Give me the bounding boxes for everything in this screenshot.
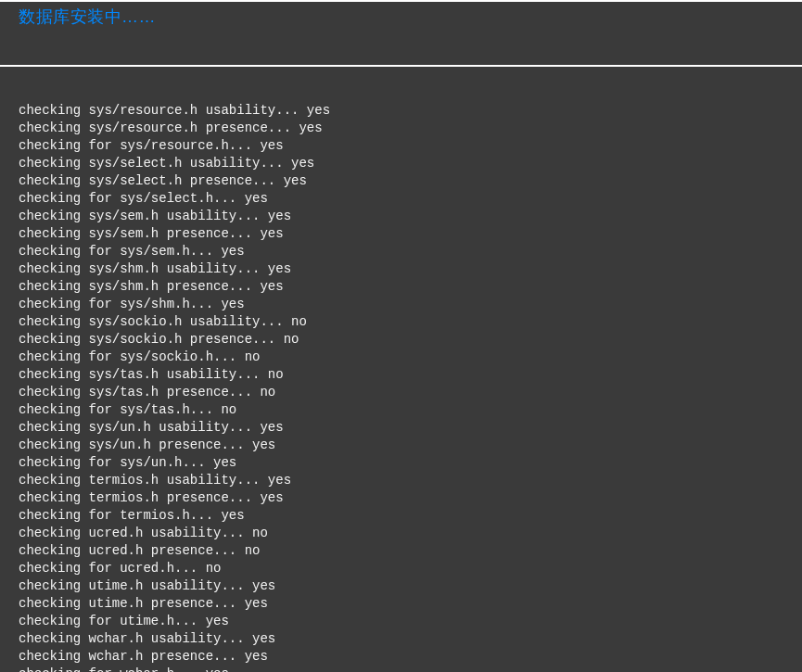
log-line: checking utime.h presence... yes	[19, 595, 802, 613]
log-line: checking ucred.h usability... no	[19, 525, 802, 542]
install-log: checking sys/resource.h usability... yes…	[0, 67, 802, 672]
log-line: checking for wchar.h... yes	[19, 666, 802, 672]
log-line: checking wchar.h presence... yes	[19, 648, 802, 666]
log-line: checking for sys/shm.h... yes	[19, 296, 802, 313]
log-line: checking for sys/tas.h... no	[19, 401, 802, 419]
log-line: checking for sys/un.h... yes	[19, 454, 802, 472]
log-line: checking for sys/select.h... yes	[19, 190, 802, 208]
log-line: checking ucred.h presence... no	[19, 542, 802, 560]
log-line: checking sys/shm.h usability... yes	[19, 260, 802, 278]
log-line: checking wchar.h usability... yes	[19, 630, 802, 648]
log-line: checking sys/un.h presence... yes	[19, 437, 802, 454]
log-line: checking sys/un.h usability... yes	[19, 419, 802, 437]
log-line: checking for ucred.h... no	[19, 560, 802, 577]
log-line: checking for sys/sockio.h... no	[19, 349, 802, 366]
log-line: checking for termios.h... yes	[19, 507, 802, 525]
log-line: checking sys/select.h usability... yes	[19, 155, 802, 172]
log-line: checking sys/tas.h presence... no	[19, 384, 802, 401]
log-line: checking sys/sem.h usability... yes	[19, 208, 802, 225]
log-line: checking for sys/resource.h... yes	[19, 137, 802, 155]
log-line: checking sys/resource.h presence... yes	[19, 120, 802, 137]
log-line: checking termios.h usability... yes	[19, 472, 802, 489]
outer-border: 数据库安装中……	[0, 0, 802, 67]
log-line: checking sys/select.h presence... yes	[19, 172, 802, 190]
log-line: checking sys/sem.h presence... yes	[19, 225, 802, 243]
log-line: checking sys/shm.h presence... yes	[19, 278, 802, 296]
log-line: checking for sys/sem.h... yes	[19, 243, 802, 260]
log-line: checking sys/sockio.h presence... no	[19, 331, 802, 349]
log-line: checking for utime.h... yes	[19, 613, 802, 630]
page-title: 数据库安装中……	[19, 7, 156, 26]
header-panel: 数据库安装中……	[0, 2, 802, 65]
log-line: checking utime.h usability... yes	[19, 577, 802, 595]
log-line: checking sys/tas.h usability... no	[19, 366, 802, 384]
log-line: checking sys/sockio.h usability... no	[19, 313, 802, 331]
log-line: checking termios.h presence... yes	[19, 489, 802, 507]
log-line: checking sys/resource.h usability... yes	[19, 102, 802, 120]
